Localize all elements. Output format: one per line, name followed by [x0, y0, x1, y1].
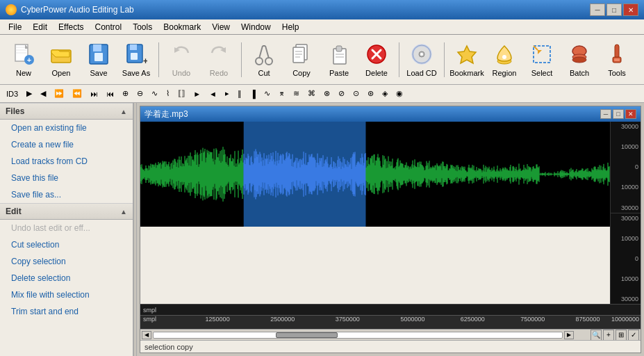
trim-link[interactable]: Trim start and end — [0, 303, 133, 320]
batch-button[interactable]: Batch — [561, 38, 597, 81]
svg-rect-14 — [131, 53, 138, 60]
save-file-as-link[interactable]: Save file as... — [0, 186, 133, 203]
menu-file[interactable]: File — [3, 21, 27, 33]
eff-pause[interactable]: ‖ — [234, 87, 245, 101]
delete-selection-link[interactable]: Delete selection — [0, 270, 133, 286]
tools-button[interactable]: Tools — [599, 38, 635, 81]
maximize-button[interactable]: □ — [606, 3, 622, 16]
id3-btn[interactable]: ID3 — [3, 87, 22, 101]
waveform-close-btn[interactable]: ✕ — [625, 109, 636, 119]
undo-button[interactable]: Undo — [163, 38, 199, 81]
eff-wave2[interactable]: ⌇ — [163, 87, 173, 101]
load-cd-icon — [409, 42, 434, 67]
eff-rw[interactable]: ⏪ — [69, 87, 85, 101]
close-button[interactable]: ✕ — [623, 3, 638, 16]
waveform-maximize-btn[interactable]: □ — [613, 109, 624, 119]
status-bar: selection copy — [140, 340, 641, 353]
menu-window[interactable]: Window — [236, 21, 276, 33]
eff-bracket[interactable]: ⟦⟧ — [174, 87, 188, 101]
delete-button[interactable]: Delete — [358, 38, 395, 81]
cut-button[interactable]: Cut — [246, 38, 282, 81]
edit-section-header[interactable]: Edit ▲ — [0, 203, 133, 220]
eff-sine[interactable]: ∿ — [261, 87, 274, 101]
eff-back[interactable]: ◀ — [37, 87, 49, 101]
eff-ff[interactable]: ⏩ — [51, 87, 67, 101]
eff-wave1[interactable]: ∿ — [148, 87, 161, 101]
load-cd-label: Load CD — [406, 69, 436, 77]
eff-play[interactable]: ▶ — [23, 87, 35, 101]
ruler-8750000: 8750000 — [575, 316, 600, 323]
menu-bookmark[interactable]: Bookmark — [158, 21, 206, 33]
create-new-file-link[interactable]: Create a new file — [0, 136, 133, 153]
scale-zero-ch1: 0 — [613, 163, 638, 170]
scale-bottom-ch1: 30000 — [613, 204, 638, 211]
eff-c2[interactable]: ≋ — [290, 87, 303, 101]
svg-line-21 — [265, 46, 269, 58]
copy-selection-link[interactable]: Copy selection — [0, 253, 133, 270]
eff-c6[interactable]: ⊙ — [349, 87, 363, 101]
scroll-left-btn[interactable]: ◀ — [142, 331, 151, 339]
ruler-3750000: 3750000 — [336, 316, 360, 323]
save-as-button[interactable]: + Save As — [118, 38, 154, 81]
open-button[interactable]: Open — [43, 38, 79, 81]
menu-view[interactable]: View — [206, 21, 236, 33]
zoom-out-btn[interactable]: 🔍 — [591, 330, 602, 341]
menu-tools[interactable]: Tools — [127, 21, 158, 33]
scrollbar-track[interactable] — [153, 332, 563, 339]
waveform-minimize-btn[interactable]: ─ — [600, 109, 611, 119]
scrollbar-thumb[interactable] — [276, 332, 337, 338]
svg-rect-13 — [130, 44, 137, 50]
waveform-container: 学着走.mp3 ─ □ ✕ — [137, 103, 644, 356]
load-cd-button[interactable]: Load CD — [404, 38, 440, 81]
redo-icon — [206, 42, 231, 67]
mix-file-link[interactable]: Mix file with selection — [0, 286, 133, 303]
load-tracks-cd-link[interactable]: Load tracks from CD — [0, 153, 133, 170]
eff-c9[interactable]: ◉ — [393, 87, 406, 101]
eff-c7[interactable]: ⊛ — [364, 87, 377, 101]
region-button[interactable]: Region — [486, 38, 522, 81]
files-section-header[interactable]: Files ▲ — [0, 103, 133, 120]
eff-start[interactable]: ⏮ — [103, 87, 117, 101]
menu-effects[interactable]: Effects — [53, 21, 89, 33]
menu-control[interactable]: Control — [90, 21, 128, 33]
save-file-link[interactable]: Save this file — [0, 170, 133, 186]
window-controls: ─ □ ✕ — [590, 3, 638, 16]
svg-text:+: + — [143, 56, 147, 65]
eff-c5[interactable]: ⊘ — [335, 87, 348, 101]
paste-button[interactable]: Paste — [321, 38, 357, 81]
menu-bar: File Edit Effects Control Tools Bookmark… — [0, 19, 644, 35]
zoom-fit-btn[interactable]: ⊞ — [616, 330, 627, 341]
channel-bottom[interactable] — [140, 200, 610, 304]
eff-sub[interactable]: ⊖ — [133, 87, 147, 101]
redo-button[interactable]: Redo — [201, 38, 237, 81]
scroll-right-btn[interactable]: ▶ — [564, 331, 574, 339]
zoom-ok-btn[interactable]: ✓ — [628, 330, 639, 341]
menu-edit[interactable]: Edit — [27, 21, 53, 33]
eff-play2[interactable]: ► — [190, 87, 204, 101]
eff-add[interactable]: ⊕ — [119, 87, 132, 101]
undo-edit-link[interactable]: Undo last edit or eff... — [0, 220, 133, 236]
bookmark-button[interactable]: Bookmark — [449, 38, 485, 81]
scale-top-ch1: 30000 — [613, 123, 638, 130]
eff-back2[interactable]: ◄ — [206, 87, 220, 101]
svg-line-20 — [259, 46, 263, 58]
channel-top[interactable] — [140, 122, 610, 200]
copy-button[interactable]: Copy — [283, 38, 320, 81]
eff-c8[interactable]: ◈ — [379, 87, 391, 101]
menu-help[interactable]: Help — [276, 21, 305, 33]
save-button[interactable]: Save — [81, 38, 117, 81]
zoom-in-btn[interactable]: + — [603, 330, 614, 341]
select-icon — [529, 42, 554, 67]
eff-bar[interactable]: ▐ — [247, 87, 259, 101]
select-button[interactable]: Select — [524, 38, 560, 81]
title-bar: CyberPower Audio Editing Lab ─ □ ✕ — [0, 0, 644, 19]
eff-end[interactable]: ⏭ — [87, 87, 101, 101]
open-existing-file-link[interactable]: Open an existing file — [0, 120, 133, 136]
eff-c3[interactable]: ⌘ — [304, 87, 319, 101]
cut-selection-link[interactable]: Cut selection — [0, 236, 133, 253]
eff-right[interactable]: ▸ — [222, 87, 233, 101]
minimize-button[interactable]: ─ — [590, 3, 605, 16]
new-button[interactable]: + New — [6, 38, 42, 81]
eff-c4[interactable]: ⊗ — [320, 87, 333, 101]
eff-c1[interactable]: ⌆ — [275, 87, 288, 101]
